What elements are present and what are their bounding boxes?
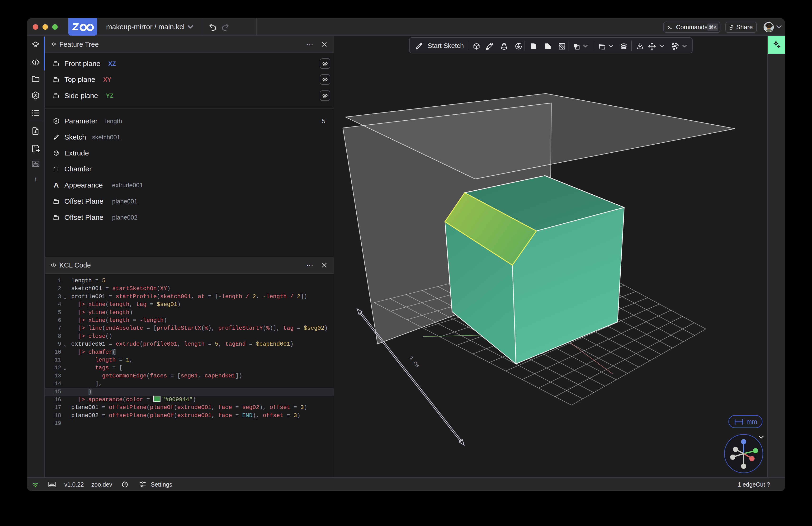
svg-text:1 cm: 1 cm: [408, 355, 420, 369]
svg-text:mm: mm: [746, 418, 757, 425]
